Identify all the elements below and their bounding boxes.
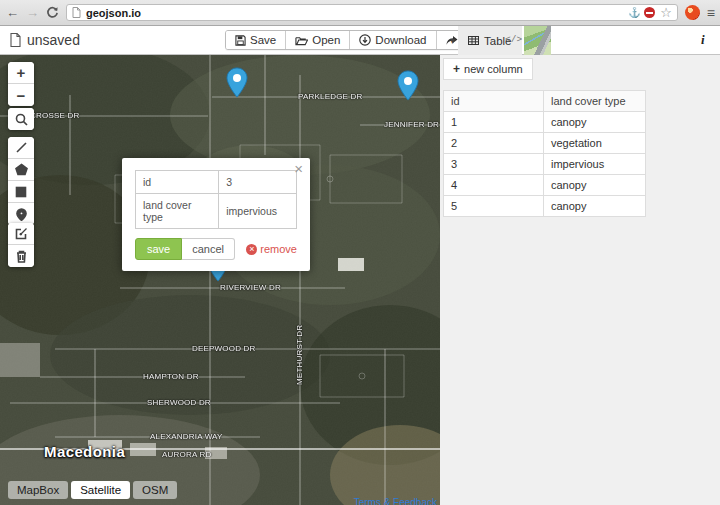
street-label: PARKLEDGE DR (298, 93, 363, 101)
draw-tools (8, 137, 34, 225)
cell-type[interactable]: vegetation (544, 133, 646, 154)
street-label: RIVERVIEW DR (220, 284, 281, 292)
street-label: ALEXANDRIA WAY (150, 433, 223, 441)
column-header-id[interactable]: id (444, 91, 544, 112)
properties-table: id 3 land cover type impervious (135, 170, 297, 229)
property-row: id 3 (136, 171, 297, 194)
property-value-input[interactable]: 3 (219, 171, 297, 194)
street-label: HAMPTON DR (143, 373, 199, 381)
search-control (8, 108, 34, 130)
cell-id[interactable]: 1 (444, 112, 544, 133)
layer-osm-button[interactable]: OSM (133, 481, 177, 499)
street-label: CROSSE DR (30, 112, 79, 120)
table-header-row: id land cover type (444, 91, 646, 112)
street-label: JENNIFER DR (384, 121, 439, 129)
map-marker[interactable] (397, 70, 419, 101)
remove-feature-link[interactable]: × remove (246, 243, 297, 255)
street-label: SHERWOOD DR (147, 399, 211, 407)
zoom-in-button[interactable]: + (8, 62, 34, 84)
map-marker[interactable] (226, 67, 248, 98)
cell-type[interactable]: impervious (544, 154, 646, 175)
terms-feedback-link[interactable]: Terms & Feedback (354, 497, 437, 505)
place-label-macedonia: Macedonia (44, 443, 125, 460)
table-row: 5 canopy (444, 196, 646, 217)
zoom-out-button[interactable]: − (8, 84, 34, 106)
url-text: geojson.io (86, 7, 141, 19)
table-row: 2 vegetation (444, 133, 646, 154)
street-label: AURORA RD (162, 451, 211, 459)
browser-menu-icon[interactable]: ≡ (707, 5, 714, 21)
tab-code-json[interactable]: </> (505, 34, 522, 45)
browser-chrome: ← → geojson.io ⚓ ☆ ≡ (0, 0, 720, 26)
map-canvas[interactable]: CROSSE DR PARKLEDGE DR JENNIFER DR BROOK… (0, 55, 440, 505)
adblock-icon[interactable] (644, 7, 655, 18)
reload-icon[interactable] (46, 6, 59, 19)
cell-id[interactable]: 3 (444, 154, 544, 175)
table-row: 1 canopy (444, 112, 646, 133)
extension-icon[interactable]: ⚓ (628, 7, 639, 18)
street-label: METHURST DR (296, 325, 304, 385)
cell-type[interactable]: canopy (544, 112, 646, 133)
page-favicon-icon (72, 7, 81, 18)
street-label: DEEPWOOD DR (192, 345, 256, 353)
draw-rectangle-icon[interactable] (8, 181, 34, 203)
edit-pencil-icon[interactable] (8, 223, 34, 245)
draw-marker-icon[interactable] (8, 203, 34, 225)
bookmark-star-icon[interactable]: ☆ (660, 6, 672, 19)
draw-polygon-icon[interactable] (8, 159, 34, 181)
cell-id[interactable]: 2 (444, 133, 544, 154)
draw-line-icon[interactable] (8, 137, 34, 159)
app-header: unsaved Save Open Download Share (0, 26, 720, 55)
forward-icon[interactable]: → (26, 6, 39, 19)
cell-type[interactable]: canopy (544, 175, 646, 196)
layer-switcher: MapBox Satellite OSM (8, 481, 177, 499)
open-button[interactable]: Open (286, 31, 350, 49)
zoom-control: + − (8, 62, 34, 106)
floppy-icon (235, 35, 246, 46)
feature-properties-popup: × id 3 land cover type impervious save c… (122, 158, 310, 271)
table-row: 4 canopy (444, 175, 646, 196)
layer-mapbox-button[interactable]: MapBox (8, 481, 68, 499)
cell-id[interactable]: 5 (444, 196, 544, 217)
property-key-input[interactable]: id (136, 171, 219, 194)
download-button[interactable]: Download (350, 31, 436, 49)
edit-tools (8, 223, 34, 267)
column-header-type[interactable]: land cover type (544, 91, 646, 112)
layer-satellite-button[interactable]: Satellite (71, 481, 130, 499)
property-row: land cover type impervious (136, 194, 297, 229)
popup-actions: save cancel × remove (135, 238, 297, 260)
properties-panel: + new column id land cover type 1 canopy… (440, 55, 720, 505)
attributes-table: id land cover type 1 canopy 2 vegetation… (443, 90, 646, 217)
url-bar[interactable]: geojson.io ⚓ ☆ (66, 4, 678, 21)
save-button[interactable]: Save (226, 31, 286, 49)
trash-icon[interactable] (8, 245, 34, 267)
back-icon[interactable]: ← (6, 6, 19, 19)
close-icon[interactable]: × (294, 160, 303, 177)
plus-icon: + (453, 62, 460, 76)
table-grid-icon (468, 36, 479, 45)
cell-id[interactable]: 4 (444, 175, 544, 196)
download-circle-icon (359, 34, 371, 46)
property-key-input[interactable]: land cover type (136, 194, 219, 229)
search-icon[interactable] (8, 108, 34, 130)
cancel-button[interactable]: cancel (182, 238, 235, 260)
table-row: 3 impervious (444, 154, 646, 175)
folder-open-icon (295, 35, 308, 46)
file-icon (10, 33, 21, 47)
info-icon[interactable]: i (701, 32, 705, 48)
new-column-button[interactable]: + new column (443, 58, 533, 80)
duckduckgo-extension-icon[interactable] (685, 5, 700, 20)
map-thumbnail-image[interactable] (524, 26, 551, 55)
cell-type[interactable]: canopy (544, 196, 646, 217)
document-title: unsaved (10, 32, 80, 48)
save-properties-button[interactable]: save (135, 238, 182, 260)
property-value-input[interactable]: impervious (219, 194, 297, 229)
remove-circle-icon: × (246, 244, 257, 255)
chevron-down-icon[interactable]: ▾ (450, 35, 455, 46)
title-text: unsaved (27, 32, 80, 48)
